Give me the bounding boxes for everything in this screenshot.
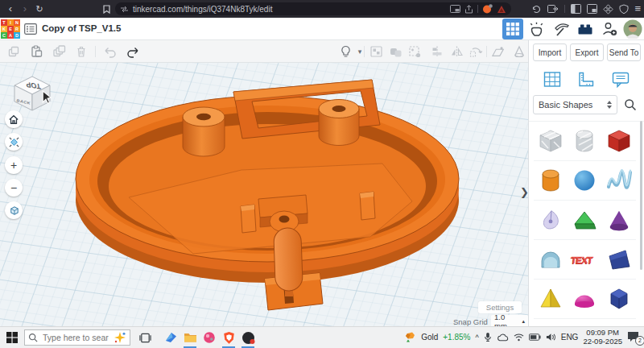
minecraft-button[interactable] [551,19,572,39]
app-file-explorer[interactable] [180,327,200,348]
fit-view-button[interactable] [5,133,23,151]
rotate-button[interactable] [469,44,483,59]
shape-polygon[interactable] [602,280,636,319]
task-view-button[interactable] [135,327,155,348]
invite-button[interactable] [599,19,620,39]
export-button[interactable]: Export [570,44,604,61]
language-indicator[interactable]: ENG [561,333,579,342]
shape-extrusion[interactable] [534,201,568,240]
duplicate-button[interactable] [52,44,66,59]
paste-button[interactable] [29,44,43,59]
delete-button[interactable] [74,44,89,59]
mirror-button[interactable] [449,44,464,59]
battery-icon[interactable] [529,334,541,341]
notes-tool-icon[interactable] [611,71,630,89]
url-bar[interactable]: tinkercad.com/things/iQ374Nk8Tyk/edit [115,2,511,15]
sidebar-icon[interactable] [571,4,581,14]
home-view-button[interactable] [5,110,23,128]
shape-hole-box[interactable] [534,122,568,161]
design-menu-icon[interactable] [24,23,37,35]
network-icon[interactable] [514,333,524,342]
workplane-button[interactable] [491,44,506,59]
tray-expand-button[interactable]: ^ [475,334,478,342]
sync-icon[interactable] [531,4,542,14]
redo-button[interactable] [126,44,140,59]
show-all-button[interactable] [338,44,353,59]
shape-text[interactable]: TEXTTEXT [568,240,601,280]
notification-center-button[interactable]: 2 [627,331,642,344]
shape-sphere[interactable] [568,161,601,201]
align-button[interactable] [430,44,444,59]
microphone-icon[interactable] [484,332,492,342]
sphere-icon [572,168,597,193]
shape-half-sphere[interactable] [568,280,601,319]
shape-pyramid[interactable] [534,280,568,319]
app-mail[interactable] [161,327,180,348]
undo-button[interactable] [103,44,118,59]
shape-wedge[interactable] [602,240,636,280]
3d-design-button[interactable] [502,19,523,39]
cylinder-icon [538,168,564,193]
extension-triangle-icon[interactable] [497,5,506,14]
shape-search-button[interactable] [621,95,640,114]
ungroup-button[interactable] [388,44,402,59]
widget-change[interactable]: +1.85% [443,333,470,342]
ruler-button[interactable] [512,44,526,59]
shape-roof[interactable] [568,201,601,240]
start-button[interactable] [0,327,24,348]
extensions-icon[interactable] [603,4,613,14]
shape-hole-cylinder[interactable] [568,122,601,161]
hole-cylinder-icon [572,129,597,153]
browser-back-button[interactable]: ‹ [3,0,18,18]
shield-pin-icon[interactable] [619,4,629,14]
shape-round-roof[interactable] [534,240,568,280]
clock[interactable]: 09:09 PM 22-09-2025 [583,329,622,346]
app-paint[interactable] [200,327,219,348]
container-tab-icon[interactable] [547,4,559,14]
sim-lab-button[interactable] [526,19,547,39]
panel-collapse-button[interactable]: ❯ [520,186,528,198]
send-to-button[interactable]: Send To [607,44,641,61]
avatar[interactable] [623,19,642,39]
perspective-toggle-button[interactable] [5,201,23,219]
design-title[interactable]: Copy of TSP_V1.5 [42,23,121,33]
model-3d[interactable] [0,63,528,326]
gold-widget-icon[interactable] [404,331,416,343]
browser-reload-button[interactable]: ↻ [32,0,47,18]
onedrive-cloud-icon[interactable] [497,334,509,342]
widget-label[interactable]: Gold [421,333,438,342]
extension-orange-icon[interactable] [482,4,493,14]
ruler-tool-icon[interactable] [576,71,596,89]
workplane-tool-icon[interactable] [543,71,562,89]
shape-scribble[interactable] [602,161,636,201]
shields-icon[interactable] [120,6,129,13]
panel-scrollbar[interactable] [640,121,642,270]
search-input[interactable] [41,332,110,343]
viewport[interactable]: TOP BACK + − Settings Snap Grid 1.0 mm ▴… [0,63,528,326]
show-all-caret-icon[interactable]: ▾ [353,44,367,59]
import-button[interactable]: Import [533,44,567,61]
group-button[interactable] [369,44,383,59]
shape-box[interactable] [602,122,636,161]
search-highlights-icon[interactable] [114,331,126,344]
taskbar-search[interactable] [24,329,130,346]
snap-grid-select[interactable]: 1.0 mm ▴ [491,315,528,326]
shape-cone[interactable] [602,201,636,240]
picture-in-picture-icon[interactable] [450,5,460,13]
browser-forward-button[interactable]: › [18,0,32,18]
browser-menu-icon[interactable]: ≡ [634,0,641,18]
shape-category-select[interactable]: Basic Shapes [533,95,617,114]
zoom-in-button[interactable]: + [5,156,23,174]
app-media[interactable] [238,327,258,348]
tinkercad-logo[interactable]: T I N K E R C A D [1,19,20,39]
volume-icon[interactable] [546,333,556,342]
share-icon[interactable] [464,5,473,14]
bricks-button[interactable] [575,19,596,39]
multi-select-button[interactable] [407,44,422,59]
copy-button[interactable] [6,44,21,59]
app-brave[interactable] [219,327,238,348]
pip-icon[interactable] [587,4,597,14]
zoom-out-button[interactable]: − [5,179,23,197]
bookmark-icon[interactable] [103,5,110,14]
shape-cylinder[interactable] [534,161,568,201]
